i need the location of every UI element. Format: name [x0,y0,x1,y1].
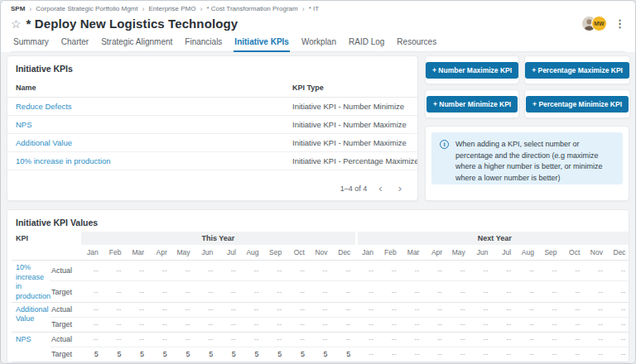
kpi-value-cell[interactable]: -- [540,261,563,281]
kpi-value-cell[interactable]: -- [104,302,128,317]
kpi-value-cell[interactable]: -- [356,332,379,347]
kpi-value-cell[interactable]: -- [379,302,402,317]
add-percentage-minimize-kpi-button[interactable]: + Percentage Minimize KPI [526,96,629,113]
kpi-value-cell[interactable]: -- [311,362,334,363]
kpi-value-cell[interactable]: -- [585,261,609,281]
kpi-value-cell[interactable]: -- [425,362,448,363]
kpi-value-cell[interactable]: -- [425,302,448,317]
kpi-value-cell[interactable]: -- [150,302,173,317]
kpi-value-cell[interactable]: -- [448,332,471,347]
kpi-value-cell[interactable]: -- [402,302,426,317]
kpi-value-cell[interactable]: -- [356,347,379,362]
kpi-value-cell[interactable]: -- [402,281,426,302]
tab-resources[interactable]: Resources [396,36,437,52]
kpi-value-cell[interactable]: -- [81,362,104,363]
kpi-value-cell[interactable]: -- [127,302,150,317]
kpi-value-cell[interactable]: -- [127,281,150,302]
kpi-value-cell[interactable]: -- [173,317,196,332]
kpi-value-cell[interactable]: -- [311,261,334,281]
kpi-value-cell[interactable]: -- [287,281,311,302]
kpi-value-cell[interactable]: -- [517,281,540,302]
kpi-value-cell[interactable]: -- [517,302,540,317]
kpi-value-cell[interactable]: -- [379,261,402,281]
kpi-value-cell[interactable]: -- [195,261,219,281]
kpi-value-cell[interactable]: -- [379,362,402,363]
kpi-value-cell[interactable]: -- [494,261,518,281]
user-initials-badge[interactable]: MW [591,16,607,31]
pagination-next-icon[interactable]: › [394,183,406,194]
kpi-name-link[interactable]: Additional Value [7,134,284,152]
kpi-value-cell[interactable]: -- [287,317,311,332]
kpi-value-cell[interactable]: -- [425,332,448,347]
breadcrumb-item-it[interactable]: * IT [309,5,319,13]
kpi-value-cell[interactable]: -- [494,332,518,347]
kpi-name-link[interactable]: Reduce Defects [7,98,284,116]
kpi-value-cell[interactable]: -- [517,347,540,362]
kpi-value-cell[interactable]: 5 [104,347,128,362]
kpi-value-cell[interactable]: -- [585,332,609,347]
kpi-value-cell[interactable]: -- [585,281,609,302]
kpi-value-cell[interactable]: -- [104,332,128,347]
kpi-name-link[interactable]: NPS [7,116,284,134]
kpi-value-cell[interactable]: -- [609,317,629,332]
tab-strategic-alignment[interactable]: Strategic Alignment [100,36,173,52]
kpi-value-cell[interactable]: -- [104,281,128,302]
kpi-value-cell[interactable]: -- [563,281,586,302]
kpi-value-cell[interactable]: -- [150,362,173,363]
kpi-value-cell[interactable]: -- [609,302,629,317]
kpi-value-cell[interactable]: -- [494,281,518,302]
kpi-value-cell[interactable]: -- [494,302,518,317]
kpi-value-cell[interactable]: -- [563,362,586,363]
kpi-value-cell[interactable]: -- [563,332,586,347]
kpi-value-cell[interactable]: -- [219,317,242,332]
kpi-value-cell[interactable]: -- [402,347,426,362]
kpi-value-cell[interactable]: -- [195,302,219,317]
kpi-value-cell[interactable]: -- [540,332,563,347]
tab-charter[interactable]: Charter [60,36,89,52]
kpi-value-cell[interactable]: -- [287,261,311,281]
kpi-value-cell[interactable]: -- [540,362,563,363]
kpi-value-cell[interactable]: -- [517,261,540,281]
kpi-value-cell[interactable]: -- [494,362,518,363]
kpi-value-cell[interactable]: -- [494,317,518,332]
kpi-value-cell[interactable]: -- [425,281,448,302]
kpi-value-cell[interactable]: -- [104,362,128,363]
kpi-value-cell[interactable]: -- [609,281,629,302]
kpi-value-cell[interactable]: -- [356,317,379,332]
kpi-value-cell[interactable]: -- [219,281,242,302]
tab-initiative-kpis[interactable]: Initiative KPIs [234,36,290,52]
kpi-value-cell[interactable]: -- [311,317,334,332]
kpi-value-cell[interactable]: -- [265,332,288,347]
tab-summary[interactable]: Summary [12,36,50,52]
kpi-value-cell[interactable]: -- [150,281,173,302]
kpi-value-cell[interactable]: -- [356,362,379,363]
pagination-prev-icon[interactable]: ‹ [374,183,386,194]
kpi-value-cell[interactable]: 5 [81,347,104,362]
kpi-value-cell[interactable]: -- [402,261,426,281]
kpi-value-cell[interactable]: -- [81,332,104,347]
kpi-value-cell[interactable]: 5 [311,347,334,362]
kpi-value-cell[interactable]: -- [563,317,586,332]
kpi-value-cell[interactable]: -- [356,281,379,302]
kpi-value-cell[interactable]: -- [219,362,242,363]
kpi-value-cell[interactable]: -- [287,302,311,317]
kpi-value-cell[interactable]: -- [609,347,629,362]
kpi-value-cell[interactable]: -- [265,302,288,317]
kpi-value-cell[interactable]: -- [609,261,629,281]
breadcrumb-item-corporate-strategic-portfolio-mgmt[interactable]: Corporate Strategic Portfolio Mgmt [36,5,137,13]
kpi-value-cell[interactable]: -- [402,332,426,347]
kpi-value-cell[interactable]: -- [585,302,609,317]
kpi-value-cell[interactable]: -- [379,281,402,302]
kpi-value-cell[interactable]: -- [242,317,265,332]
kpi-value-cell[interactable]: -- [173,281,196,302]
kpi-value-cell[interactable]: -- [150,261,173,281]
kpi-value-cell[interactable]: -- [517,317,540,332]
kpi-value-cell[interactable]: -- [265,281,288,302]
kpi-value-cell[interactable]: 5 [242,347,265,362]
kpi-value-cell[interactable]: -- [219,302,242,317]
kpi-value-cell[interactable]: -- [219,332,242,347]
kpi-value-cell[interactable]: -- [402,362,426,363]
kpi-value-cell[interactable]: -- [402,317,426,332]
kpi-value-cell[interactable]: -- [379,317,402,332]
kpi-value-cell[interactable]: -- [265,261,288,281]
